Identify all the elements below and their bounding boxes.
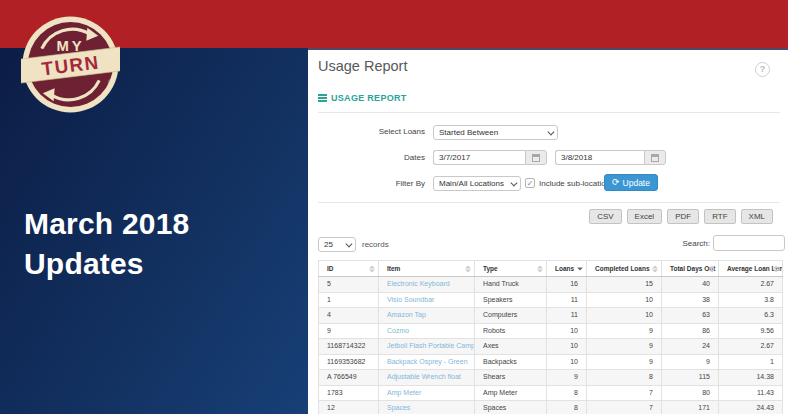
- cell-completed-loans: 9: [587, 339, 662, 355]
- chevron-down-icon: [547, 129, 553, 135]
- cell-item: Backpack Osprey - Green: [379, 354, 475, 370]
- cell-completed-loans: 10: [587, 308, 662, 324]
- cell-loans: 11: [547, 292, 587, 308]
- column-header-average-loan-length[interactable]: Average Loan Length: [719, 261, 783, 277]
- divider: [318, 202, 780, 203]
- cell-type: Backpacks: [475, 354, 547, 370]
- records-per-page-select[interactable]: 25: [318, 237, 356, 252]
- cell-completed-loans: 8: [587, 370, 662, 386]
- column-header-id[interactable]: ID: [319, 261, 379, 277]
- include-sublocations-checkbox[interactable]: ✓: [525, 178, 535, 188]
- cell-loans: 11: [547, 308, 587, 324]
- item-link[interactable]: Adjustable Wrench float: [387, 373, 461, 380]
- cell-total-days-out: 86: [662, 323, 719, 339]
- cell-item: Jetboil Flash Portable Camp: [379, 339, 475, 355]
- cell-item: Adjustable Wrench float: [379, 370, 475, 386]
- export-pdf-button[interactable]: PDF: [667, 209, 699, 224]
- cell-type: Amp Meter: [475, 385, 547, 401]
- cell-type: Shears: [475, 370, 547, 386]
- list-icon: [318, 94, 327, 102]
- slide-headline: March 2018 Updates: [24, 204, 189, 284]
- item-link[interactable]: Spaces: [387, 404, 410, 411]
- column-header-item[interactable]: Item: [379, 261, 475, 277]
- cell-total-days-out: 115: [662, 370, 719, 386]
- sort-icon: [369, 265, 375, 272]
- cell-type: Hand Truck: [475, 277, 547, 293]
- column-header-loans[interactable]: Loans: [547, 261, 587, 277]
- table-row: 4Amazon TapComputers1110636.3: [319, 308, 783, 324]
- cell-id: 1169353682: [319, 354, 379, 370]
- sort-icon: [709, 265, 715, 272]
- refresh-icon: ⟳: [612, 178, 620, 187]
- cell-average-loan-length: 6.3: [719, 308, 783, 324]
- date-to-group: [555, 150, 666, 165]
- cell-average-loan-length: 2.67: [719, 277, 783, 293]
- calendar-icon: [651, 154, 659, 162]
- cell-id: A 766549: [319, 370, 379, 386]
- cell-item: Electronic Keyboard: [379, 277, 475, 293]
- breadcrumb[interactable]: USAGE REPORT: [318, 93, 407, 103]
- chevron-down-icon: [345, 241, 351, 247]
- cell-average-loan-length: 3.8: [719, 292, 783, 308]
- export-rtf-button[interactable]: RTF: [704, 209, 735, 224]
- cell-completed-loans: 9: [587, 354, 662, 370]
- dates-label: Dates: [318, 153, 425, 162]
- column-header-completed-loans[interactable]: Completed Loans: [587, 261, 662, 277]
- cell-total-days-out: 171: [662, 401, 719, 414]
- item-link[interactable]: Visio Soundbar: [387, 296, 434, 303]
- myturn-logo: MY TURN ®: [21, 15, 120, 114]
- filter-by-value: Main/All Locations: [439, 179, 504, 188]
- sort-icon: [652, 265, 658, 272]
- item-link[interactable]: Amp Meter: [387, 389, 421, 396]
- logo-my-text: MY: [56, 38, 84, 54]
- item-link[interactable]: Jetboil Flash Portable Camp: [387, 342, 475, 349]
- date-from-group: [433, 150, 547, 165]
- cell-total-days-out: 63: [662, 308, 719, 324]
- table-row: 9CozmoRobots109869.56: [319, 323, 783, 339]
- update-button[interactable]: ⟳ Update: [604, 174, 658, 191]
- table-row: 1Visio SoundbarSpeakers1110383.8: [319, 292, 783, 308]
- export-csv-button[interactable]: CSV: [589, 209, 621, 224]
- cell-completed-loans: 10: [587, 292, 662, 308]
- search-input[interactable]: [713, 235, 785, 251]
- records-label: records: [362, 240, 389, 249]
- update-button-label: Update: [623, 178, 650, 188]
- date-from-calendar-button[interactable]: [525, 150, 547, 165]
- column-header-label: Item: [387, 265, 400, 272]
- cell-total-days-out: 38: [662, 292, 719, 308]
- column-header-type[interactable]: Type: [475, 261, 547, 277]
- item-link[interactable]: Amazon Tap: [387, 311, 426, 318]
- column-header-total-days-out[interactable]: Total Days Out: [662, 261, 719, 277]
- include-sublocations-label: Include sub-locations: [539, 179, 614, 188]
- date-to-calendar-button[interactable]: [644, 150, 666, 165]
- cell-id: 1: [319, 292, 379, 308]
- cell-loans: 9: [547, 370, 587, 386]
- table-header-row: IDItemTypeLoansCompleted LoansTotal Days…: [319, 261, 783, 277]
- export-excel-button[interactable]: Excel: [627, 209, 663, 224]
- filter-by-dropdown[interactable]: Main/All Locations: [433, 176, 521, 191]
- export-xml-button[interactable]: XML: [741, 209, 773, 224]
- item-link[interactable]: Backpack Osprey - Green: [387, 358, 468, 365]
- page-title: Usage Report: [318, 58, 407, 74]
- cell-loans: 10: [547, 323, 587, 339]
- divider: [318, 112, 780, 113]
- chevron-down-icon: [510, 180, 516, 186]
- cell-item: Amp Meter: [379, 385, 475, 401]
- date-to-input[interactable]: [555, 150, 644, 165]
- select-loans-dropdown[interactable]: Started Between: [433, 125, 558, 140]
- help-icon[interactable]: ?: [755, 62, 770, 77]
- cell-item: Spaces: [379, 401, 475, 414]
- records-per-page-value: 25: [324, 240, 333, 249]
- cell-total-days-out: 9: [662, 354, 719, 370]
- sort-icon: [537, 265, 543, 272]
- cell-id: 5: [319, 277, 379, 293]
- item-link[interactable]: Cozmo: [387, 327, 409, 334]
- cell-type: Axes: [475, 339, 547, 355]
- item-link[interactable]: Electronic Keyboard: [387, 280, 450, 287]
- table-row: A 766549Adjustable Wrench floatShears981…: [319, 370, 783, 386]
- cell-id: 1783: [319, 385, 379, 401]
- cell-total-days-out: 80: [662, 385, 719, 401]
- slide: March 2018 Updates MY TURN ® Usage Repor…: [0, 0, 788, 414]
- cell-loans: 16: [547, 277, 587, 293]
- date-from-input[interactable]: [433, 150, 525, 165]
